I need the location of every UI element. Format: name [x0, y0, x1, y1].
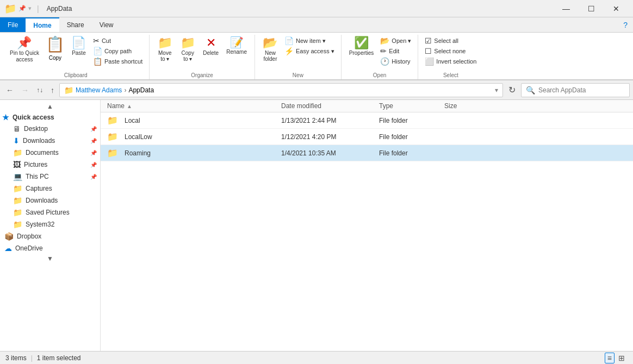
- move-to-icon: 📁: [158, 37, 172, 49]
- item-count: 3 items: [5, 354, 27, 362]
- sidebar-item-savedpictures[interactable]: 📁 Saved Pictures: [0, 206, 100, 218]
- maximize-button[interactable]: ☐: [579, 0, 604, 17]
- easy-access-label: Easy access ▾: [296, 48, 334, 55]
- new-item-button[interactable]: 📄 New item ▾: [282, 36, 337, 46]
- file-row-local[interactable]: 📁 Local 1/13/2021 2:44 PM File folder: [101, 112, 633, 129]
- column-size[interactable]: Size: [444, 102, 488, 110]
- sidebar-desktop-label: Desktop: [24, 125, 48, 133]
- back-button[interactable]: ←: [3, 84, 16, 97]
- clipboard-small-col: ✂ Cut 📄 Copy path 📋 Paste shortcut: [91, 36, 145, 66]
- select-none-label: Select none: [434, 48, 466, 54]
- invert-selection-button[interactable]: ⬜ Invert selection: [423, 57, 479, 66]
- tab-home[interactable]: Home: [26, 17, 59, 32]
- desktop-icon: 🖥: [13, 124, 21, 133]
- move-to-button[interactable]: 📁 Moveto ▾: [154, 36, 176, 63]
- ribbon-content: 📌 Pin to Quickaccess 📋 Copy 📄 Paste ✂ Cu…: [0, 33, 633, 80]
- sidebar-item-thispc[interactable]: 💻 This PC 📌: [0, 171, 100, 183]
- refresh-button[interactable]: ↻: [505, 83, 519, 97]
- pin-to-quick-access-button[interactable]: 📌 Pin to Quickaccess: [7, 36, 42, 64]
- cut-button[interactable]: ✂ Cut: [91, 36, 145, 46]
- pictures-pin-icon: 📌: [90, 162, 97, 168]
- sidebar-item-pictures[interactable]: 🖼 Pictures 📌: [0, 159, 100, 171]
- properties-icon: ✅: [354, 37, 369, 49]
- search-box[interactable]: 🔍: [521, 83, 630, 97]
- ribbon-group-new: 📂 Newfolder 📄 New item ▾ ⚡ Easy access ▾…: [255, 35, 342, 79]
- sidebar-item-onedrive[interactable]: ☁ OneDrive: [0, 242, 100, 254]
- file-list-header[interactable]: Name ▲ Date modified Type Size: [101, 100, 633, 112]
- column-name[interactable]: Name ▲: [107, 102, 281, 110]
- open-button[interactable]: 📂 Open ▾: [378, 36, 413, 46]
- roaming-date: 1/4/2021 10:35 AM: [281, 149, 379, 157]
- view-details-button[interactable]: ≡: [605, 353, 615, 363]
- paste-shortcut-icon: 📋: [93, 57, 102, 66]
- address-dropdown-arrow[interactable]: ▾: [495, 86, 498, 94]
- rename-button[interactable]: 📝 Rename: [223, 36, 250, 56]
- sidebar-thispc-label: This PC: [26, 173, 49, 180]
- new-item-icon: 📄: [284, 36, 294, 45]
- select-all-button[interactable]: ☑ Select all: [423, 36, 479, 46]
- view-large-icons-button[interactable]: ⊞: [616, 353, 628, 363]
- select-label: Select: [423, 71, 479, 79]
- tab-share[interactable]: Share: [59, 17, 92, 32]
- title-bar-arrow-down: ▾: [28, 5, 32, 12]
- sidebar-scroll-up[interactable]: ▲: [0, 102, 100, 111]
- delete-icon: ✕: [206, 37, 216, 49]
- tab-file[interactable]: File: [0, 17, 26, 32]
- quick-access-header[interactable]: ★ Quick access: [0, 111, 100, 123]
- system32-icon: 📁: [13, 220, 22, 229]
- address-breadcrumb-current: AppData: [128, 86, 154, 94]
- sidebar-onedrive-label: OneDrive: [15, 244, 43, 252]
- delete-button[interactable]: ✕ Delete: [200, 36, 222, 57]
- sidebar-item-documents[interactable]: 📁 Documents 📌: [0, 147, 100, 159]
- thispc-icon: 💻: [13, 172, 22, 181]
- tab-view[interactable]: View: [92, 17, 121, 32]
- search-input[interactable]: [538, 86, 625, 94]
- properties-button[interactable]: ✅ Properties: [346, 36, 377, 57]
- sidebar-item-desktop[interactable]: 🖥 Desktop 📌: [0, 123, 100, 135]
- select-all-icon: ☑: [425, 36, 432, 45]
- column-date[interactable]: Date modified: [281, 102, 379, 110]
- savedpictures-icon: 📁: [13, 208, 22, 217]
- local-date: 1/13/2021 2:44 PM: [281, 117, 379, 124]
- select-none-button[interactable]: ☐ Select none: [423, 46, 479, 56]
- file-row-roaming[interactable]: 📁 Roaming 1/4/2021 10:35 AM File folder: [101, 145, 633, 161]
- paste-button[interactable]: 📄 Paste: [68, 36, 90, 57]
- easy-access-button[interactable]: ⚡ Easy access ▾: [282, 46, 337, 56]
- copy-path-button[interactable]: 📄 Copy path: [91, 46, 145, 56]
- forward-button[interactable]: →: [18, 84, 32, 97]
- dropbox-icon: 📦: [4, 232, 14, 241]
- sidebar-item-system32[interactable]: 📁 System32: [0, 218, 100, 230]
- sidebar-item-downloads[interactable]: 📁 Downloads: [0, 194, 100, 206]
- locallow-folder-icon: 📁: [107, 131, 118, 142]
- sidebar-item-downloads-qa[interactable]: ⬇ Downloads 📌: [0, 135, 100, 147]
- copy-icon: 📋: [46, 37, 65, 52]
- minimize-button[interactable]: —: [554, 0, 579, 17]
- address-bar[interactable]: 📁 Matthew Adams › AppData ▾: [59, 83, 503, 97]
- pictures-icon: 🖼: [13, 160, 21, 169]
- column-type[interactable]: Type: [379, 102, 444, 110]
- edit-button[interactable]: ✏ Edit: [378, 46, 413, 56]
- select-small-col: ☑ Select all ☐ Select none ⬜ Invert sele…: [423, 36, 479, 66]
- clipboard-label: Clipboard: [7, 71, 145, 79]
- recent-locations-button[interactable]: ↑↓: [34, 84, 46, 96]
- file-row-locallow[interactable]: 📁 LocalLow 1/12/2021 4:20 PM File folder: [101, 129, 633, 145]
- sidebar-item-dropbox[interactable]: 📦 Dropbox: [0, 230, 100, 242]
- paste-shortcut-button[interactable]: 📋 Paste shortcut: [91, 57, 145, 66]
- title-bar-quick-access: 📁 📌 ▾ |: [4, 3, 42, 15]
- window-title: AppData: [47, 5, 554, 12]
- history-button[interactable]: 🕐 History: [378, 57, 413, 66]
- new-folder-button[interactable]: 📂 Newfolder: [259, 36, 281, 63]
- sidebar-scroll-down[interactable]: ▼: [0, 254, 100, 263]
- sidebar-item-captures[interactable]: 📁 Captures: [0, 183, 100, 194]
- title-bar: 📁 📌 ▾ | AppData — ☐ ✕: [0, 0, 633, 17]
- help-button[interactable]: ?: [618, 17, 633, 32]
- up-button[interactable]: ↑: [48, 84, 57, 97]
- selected-count: 1 item selected: [37, 354, 81, 362]
- copy-to-button[interactable]: 📁 Copyto ▾: [177, 36, 198, 63]
- documents-pin-icon: 📌: [90, 150, 97, 156]
- ribbon-tabs: File Home Share View ?: [0, 17, 633, 33]
- copy-button[interactable]: 📋: [44, 36, 67, 54]
- close-button[interactable]: ✕: [604, 0, 629, 17]
- new-folder-label: Newfolder: [263, 50, 277, 62]
- local-name: Local: [125, 117, 140, 124]
